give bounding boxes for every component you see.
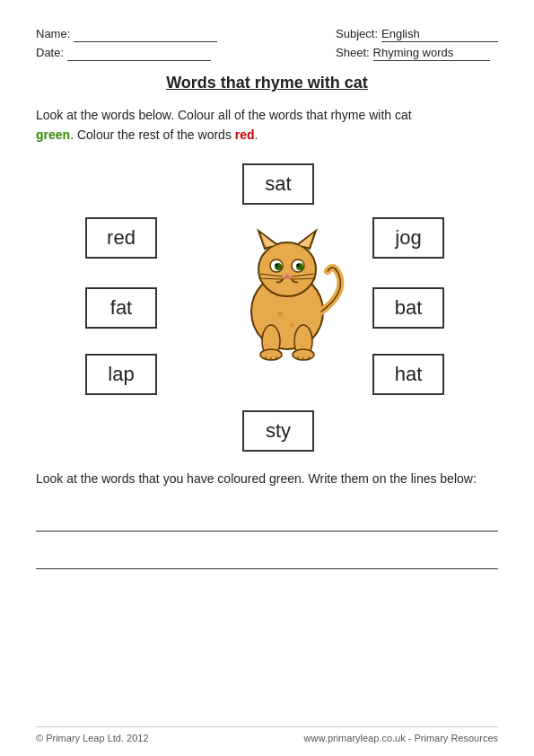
svg-point-18 bbox=[290, 322, 294, 327]
name-input[interactable] bbox=[74, 27, 217, 42]
instructions-end: . bbox=[255, 127, 258, 142]
svg-point-10 bbox=[276, 263, 278, 266]
instructions-text-1: Look at the words below. Colour all of t… bbox=[36, 108, 412, 122]
footer: © Primary Leap Ltd. 2012 www.primaryleap… bbox=[36, 726, 498, 743]
header: Name: Date: Subject: English Sheet: Rhym… bbox=[36, 27, 498, 61]
word-box-sty[interactable]: sty bbox=[242, 410, 314, 452]
svg-point-1 bbox=[258, 242, 316, 296]
red-word: red bbox=[235, 127, 255, 142]
sheet-field: Sheet: Rhyming words bbox=[336, 46, 498, 61]
date-label: Date: bbox=[36, 46, 64, 59]
word-box-fat[interactable]: fat bbox=[85, 287, 157, 329]
subject-field: Subject: English bbox=[336, 27, 498, 42]
sheet-value: Rhyming words bbox=[373, 46, 490, 61]
cat-illustration bbox=[224, 208, 350, 361]
header-right: Subject: English Sheet: Rhyming words bbox=[336, 27, 498, 61]
header-left: Name: Date: bbox=[36, 27, 217, 61]
word-box-lap[interactable]: lap bbox=[85, 354, 157, 395]
word-box-sat[interactable]: sat bbox=[242, 163, 314, 205]
page-title: Words that rhyme with cat bbox=[166, 74, 368, 92]
green-word: green bbox=[36, 127, 70, 142]
word-box-jog[interactable]: jog bbox=[372, 217, 444, 259]
writing-line-1[interactable] bbox=[36, 506, 498, 532]
date-input[interactable] bbox=[67, 46, 211, 61]
writing-line-2[interactable] bbox=[36, 544, 498, 569]
footer-left: © Primary Leap Ltd. 2012 bbox=[36, 733, 149, 743]
date-field: Date: bbox=[36, 46, 217, 61]
bottom-instructions-text: Look at the words that you have coloured… bbox=[36, 471, 477, 486]
words-area: sat red jog fat bat lap hat sty bbox=[36, 154, 498, 460]
word-box-red[interactable]: red bbox=[85, 217, 157, 259]
writing-lines bbox=[36, 506, 498, 569]
subject-label: Subject: bbox=[336, 27, 378, 40]
subject-value: English bbox=[381, 27, 498, 42]
svg-point-17 bbox=[277, 312, 283, 317]
page: Name: Date: Subject: English Sheet: Rhym… bbox=[0, 0, 534, 756]
bottom-instructions: Look at the words that you have coloured… bbox=[36, 469, 498, 488]
footer-right: www.primaryleap.co.uk - Primary Resource… bbox=[304, 733, 498, 743]
svg-point-11 bbox=[297, 263, 300, 266]
name-label: Name: bbox=[36, 27, 70, 40]
word-box-bat[interactable]: bat bbox=[372, 287, 444, 329]
instructions: Look at the words below. Colour all of t… bbox=[36, 105, 498, 145]
title-section: Words that rhyme with cat bbox=[36, 74, 498, 92]
instructions-text-2: . Colour the rest of the words bbox=[70, 127, 232, 142]
word-box-hat[interactable]: hat bbox=[372, 354, 444, 395]
name-field: Name: bbox=[36, 27, 217, 42]
sheet-label: Sheet: bbox=[336, 46, 370, 59]
